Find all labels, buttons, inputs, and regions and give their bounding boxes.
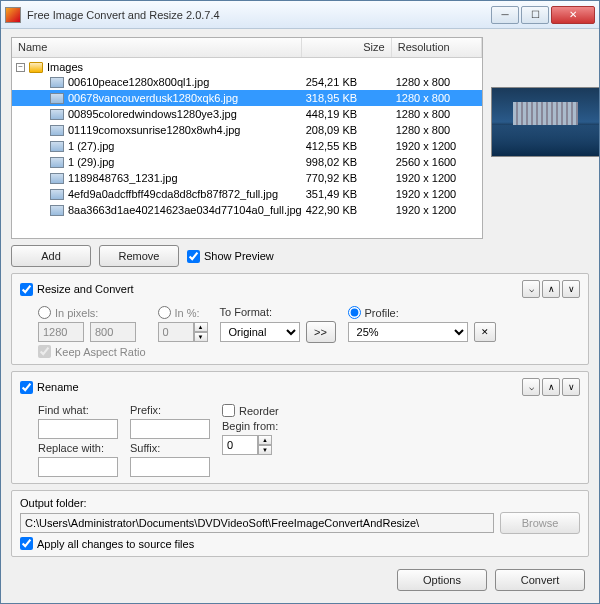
- replace-input[interactable]: [38, 457, 118, 477]
- file-size: 448,19 KB: [302, 108, 392, 120]
- table-row[interactable]: 00895coloredwindows1280ye3.jpg448,19 KB1…: [12, 106, 482, 122]
- table-row[interactable]: 01119comoxsunrise1280x8wh4.jpg208,09 KB1…: [12, 122, 482, 138]
- pixels-group: In pixels: Keep Aspect Ratio: [38, 306, 146, 358]
- table-row[interactable]: 8aa3663d1ae40214623ae034d77104a0_full.jp…: [12, 202, 482, 218]
- percent-spinner[interactable]: ▲▼: [158, 322, 208, 342]
- rename-checkbox[interactable]: Rename: [20, 381, 522, 394]
- folder-icon: [29, 62, 43, 73]
- spin-up-icon[interactable]: ▲: [194, 322, 208, 332]
- content-area: Name Size Resolution − Images 00610peace…: [1, 29, 599, 603]
- list-toolbar: Add Remove Show Preview: [11, 245, 589, 267]
- file-list[interactable]: Name Size Resolution − Images 00610peace…: [11, 37, 483, 239]
- file-name: 1 (29).jpg: [68, 156, 114, 168]
- image-icon: [50, 157, 64, 168]
- tree-root[interactable]: − Images: [12, 60, 482, 74]
- resize-input[interactable]: [20, 283, 33, 296]
- browse-button[interactable]: Browse: [500, 512, 580, 534]
- reorder-group: Reorder Begin from: ▲▼: [222, 404, 279, 455]
- table-row[interactable]: 00678vancouverdusk1280xqk6.jpg318,95 KB1…: [12, 90, 482, 106]
- suffix-input[interactable]: [130, 457, 210, 477]
- maximize-button[interactable]: ☐: [521, 6, 549, 24]
- spin-up-icon[interactable]: ▲: [258, 435, 272, 445]
- profile-select[interactable]: 25%: [348, 322, 468, 342]
- table-row[interactable]: 00610peace1280x800ql1.jpg254,21 KB1280 x…: [12, 74, 482, 90]
- pixels-radio[interactable]: In pixels:: [38, 306, 146, 319]
- find-group: Find what: Replace with:: [38, 404, 118, 477]
- prefix-group: Prefix: Suffix:: [130, 404, 210, 477]
- spin-down-icon[interactable]: ▼: [194, 332, 208, 342]
- move-down-icon[interactable]: ∨: [562, 378, 580, 396]
- file-resolution: 1280 x 800: [392, 108, 482, 120]
- spin-down-icon[interactable]: ▼: [258, 445, 272, 455]
- window-title: Free Image Convert and Resize 2.0.7.4: [27, 9, 491, 21]
- move-up-icon[interactable]: ∧: [542, 280, 560, 298]
- close-button[interactable]: ✕: [551, 6, 595, 24]
- format-select[interactable]: Original: [220, 322, 300, 342]
- options-button[interactable]: Options: [397, 569, 487, 591]
- app-window: Free Image Convert and Resize 2.0.7.4 ─ …: [0, 0, 600, 604]
- rename-input[interactable]: [20, 381, 33, 394]
- output-path[interactable]: [20, 513, 494, 533]
- add-button[interactable]: Add: [11, 245, 91, 267]
- col-name-header[interactable]: Name: [12, 38, 302, 57]
- profile-group: Profile: 25% ✕: [348, 306, 496, 342]
- resize-panel-controls: ⌵ ∧ ∨: [522, 280, 580, 298]
- format-label: To Format:: [220, 306, 336, 318]
- resize-checkbox[interactable]: Resize and Convert: [20, 283, 522, 296]
- move-up-icon[interactable]: ∧: [542, 378, 560, 396]
- image-icon: [50, 109, 64, 120]
- profile-radio[interactable]: Profile:: [348, 306, 496, 319]
- file-size: 254,21 KB: [302, 76, 392, 88]
- convert-button[interactable]: Convert: [495, 569, 585, 591]
- begin-spinner[interactable]: ▲▼: [222, 435, 279, 455]
- format-group: To Format: Original >>: [220, 306, 336, 343]
- rename-panel-controls: ⌵ ∧ ∨: [522, 378, 580, 396]
- root-folder-label: Images: [47, 61, 83, 73]
- move-down-icon[interactable]: ∨: [562, 280, 580, 298]
- collapse-up-icon[interactable]: ⌵: [522, 378, 540, 396]
- prefix-input[interactable]: [130, 419, 210, 439]
- apply-checkbox[interactable]: Apply all changes to source files: [20, 537, 580, 550]
- image-icon: [50, 205, 64, 216]
- col-res-header[interactable]: Resolution: [392, 38, 482, 57]
- image-icon: [50, 77, 64, 88]
- file-size: 770,92 KB: [302, 172, 392, 184]
- reorder-checkbox[interactable]: Reorder: [222, 404, 279, 417]
- file-name: 4efd9a0adcffbff49cda8d8cfb87f872_full.jp…: [68, 188, 278, 200]
- titlebar: Free Image Convert and Resize 2.0.7.4 ─ …: [1, 1, 599, 29]
- go-button[interactable]: >>: [306, 321, 336, 343]
- rename-title: Rename: [37, 381, 79, 393]
- show-preview-input[interactable]: [187, 250, 200, 263]
- file-name: 1 (27).jpg: [68, 140, 114, 152]
- rename-panel-head: Rename ⌵ ∧ ∨: [20, 378, 580, 396]
- delete-profile-icon[interactable]: ✕: [474, 322, 496, 342]
- height-input[interactable]: [90, 322, 136, 342]
- file-resolution: 1920 x 1200: [392, 188, 482, 200]
- file-size: 318,95 KB: [302, 92, 392, 104]
- table-row[interactable]: 1 (27).jpg412,55 KB1920 x 1200: [12, 138, 482, 154]
- rename-panel-body: Find what: Replace with: Prefix: Suffix:…: [20, 400, 580, 477]
- file-name: 01119comoxsunrise1280x8wh4.jpg: [68, 124, 240, 136]
- minimize-button[interactable]: ─: [491, 6, 519, 24]
- percent-radio[interactable]: In %:: [158, 306, 208, 319]
- keep-ratio-checkbox[interactable]: Keep Aspect Ratio: [38, 345, 146, 358]
- output-row: Browse: [20, 512, 580, 534]
- find-input[interactable]: [38, 419, 118, 439]
- image-icon: [50, 141, 64, 152]
- table-row[interactable]: 1189848763_1231.jpg770,92 KB1920 x 1200: [12, 170, 482, 186]
- file-name: 1189848763_1231.jpg: [68, 172, 178, 184]
- col-size-header[interactable]: Size: [302, 38, 392, 57]
- list-header: Name Size Resolution: [12, 38, 482, 58]
- table-row[interactable]: 1 (29).jpg998,02 KB2560 x 1600: [12, 154, 482, 170]
- list-body[interactable]: − Images 00610peace1280x800ql1.jpg254,21…: [12, 58, 482, 238]
- file-resolution: 1920 x 1200: [392, 172, 482, 184]
- resize-panel-body: In pixels: Keep Aspect Ratio In %: ▲▼ T: [20, 302, 580, 358]
- collapse-up-icon[interactable]: ⌵: [522, 280, 540, 298]
- image-icon: [50, 93, 64, 104]
- collapse-icon[interactable]: −: [16, 63, 25, 72]
- width-input[interactable]: [38, 322, 84, 342]
- table-row[interactable]: 4efd9a0adcffbff49cda8d8cfb87f872_full.jp…: [12, 186, 482, 202]
- remove-button[interactable]: Remove: [99, 245, 179, 267]
- show-preview-checkbox[interactable]: Show Preview: [187, 250, 274, 263]
- file-resolution: 1280 x 800: [392, 124, 482, 136]
